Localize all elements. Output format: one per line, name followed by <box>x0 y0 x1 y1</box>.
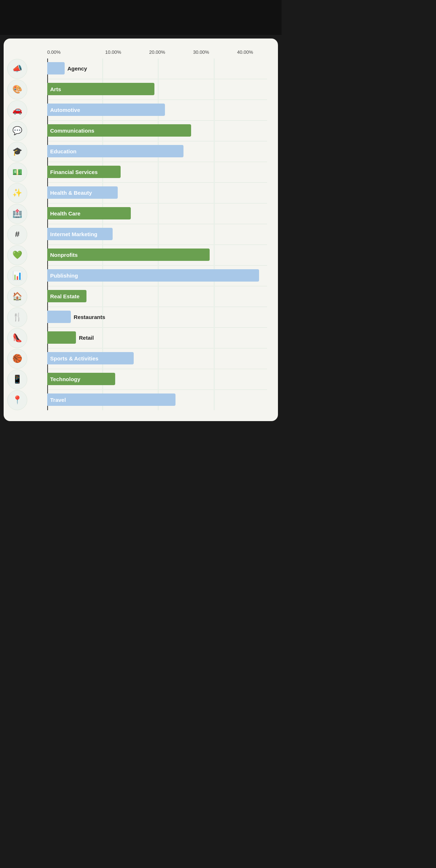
table-row: 🏀Sports & Activities <box>47 348 267 369</box>
industry-icon: 🚗 <box>7 100 27 120</box>
industry-icon: 💚 <box>7 245 27 265</box>
x-axis-label: 0.00% <box>47 49 91 55</box>
table-row: 💬Communications <box>47 121 267 141</box>
bar-row: Health & Beauty <box>47 186 267 199</box>
bar-row: Restaurants <box>47 310 267 324</box>
table-row: 💚Nonprofits <box>47 245 267 265</box>
bar: Arts <box>47 83 154 95</box>
bar-row: Internet Marketing <box>47 227 267 241</box>
bar-label: Education <box>50 148 77 154</box>
bar-label: Agency <box>68 65 87 72</box>
table-row: 🎨Arts <box>47 79 267 100</box>
industry-icon: 🏀 <box>7 349 27 369</box>
industry-icon: 👠 <box>7 328 27 348</box>
bars-group: Health & Beauty <box>47 183 267 203</box>
table-row: #Internet Marketing <box>47 224 267 245</box>
bar-label: Health Care <box>50 210 80 217</box>
bar: Agency <box>47 62 65 74</box>
bars-group: Financial Services <box>47 162 267 182</box>
x-axis-label: 20.00% <box>135 49 179 55</box>
bar: Health & Beauty <box>47 186 118 199</box>
bar: Real Estate <box>47 290 86 302</box>
x-axis-label: 10.00% <box>91 49 135 55</box>
table-row: 👠Retail <box>47 328 267 348</box>
header <box>0 0 282 35</box>
industry-icon: 💵 <box>7 162 27 182</box>
bars-group: Sports & Activities <box>47 348 267 369</box>
bar: Publishing <box>47 269 259 282</box>
bar: Financial Services <box>47 166 121 178</box>
table-row: 💵Financial Services <box>47 162 267 182</box>
industry-icon: 🎨 <box>7 80 27 100</box>
bars-group: Automotive <box>47 100 267 120</box>
bar: Education <box>47 145 183 157</box>
bar-label: Communications <box>50 128 94 134</box>
bar: Nonprofits <box>47 249 210 261</box>
table-row: 🏥Health Care <box>47 203 267 224</box>
industry-icon: 🏠 <box>7 287 27 307</box>
bar-label: Arts <box>50 86 61 92</box>
bar: Sports & Activities <box>47 352 134 364</box>
bar: Health Care <box>47 207 131 219</box>
bars-group: Education <box>47 141 267 162</box>
bar-label: Publishing <box>50 272 78 279</box>
industry-icon: 🏥 <box>7 204 27 224</box>
bars-group: Technology <box>47 369 267 389</box>
bar-label: Real Estate <box>50 293 80 299</box>
bar-label: Technology <box>50 376 80 382</box>
x-axis-labels: 0.00%10.00%20.00%30.00%40.00% <box>47 49 271 55</box>
bars-group: Publishing <box>47 266 267 286</box>
bar-row: Publishing <box>47 269 267 282</box>
bar-row: Real Estate <box>47 289 267 303</box>
x-axis-label: 40.00% <box>223 49 267 55</box>
industry-icon: ✨ <box>7 183 27 203</box>
table-row: ✨Health & Beauty <box>47 183 267 203</box>
bar-row: Travel <box>47 393 267 407</box>
bar-row: Arts <box>47 82 267 96</box>
industry-icon: 📱 <box>7 370 27 389</box>
bars-group: Real Estate <box>47 286 267 307</box>
bars-group: Internet Marketing <box>47 224 267 245</box>
x-axis-label: 30.00% <box>179 49 223 55</box>
table-row: 🏠Real Estate <box>47 286 267 307</box>
industry-icon: 💬 <box>7 121 27 141</box>
bar-row: Automotive <box>47 103 267 117</box>
industry-icon: 📣 <box>7 59 27 79</box>
bar-label: Internet Marketing <box>50 231 97 237</box>
bar-label: Nonprofits <box>50 252 78 258</box>
table-row: 📍Travel <box>47 390 267 410</box>
bars-group: Nonprofits <box>47 245 267 265</box>
bar-row: Education <box>47 144 267 158</box>
bar-row: Agency <box>47 61 267 75</box>
industry-icon: 🍴 <box>7 307 27 327</box>
chart-container: 0.00%10.00%20.00%30.00%40.00% 📣Agency🎨Ar… <box>4 39 278 421</box>
bars-group: Travel <box>47 390 267 410</box>
table-row: 📣Agency <box>47 58 267 79</box>
table-row: 📱Technology <box>47 369 267 389</box>
bar-row: Technology <box>47 372 267 386</box>
bar-row: Sports & Activities <box>47 351 267 365</box>
bar-label: Health & Beauty <box>50 190 92 196</box>
table-row: 🎓Education <box>47 141 267 162</box>
bars-group: Retail <box>47 328 267 348</box>
table-row: 📊Publishing <box>47 266 267 286</box>
bars-group: Arts <box>47 79 267 100</box>
bar-label: Restaurants <box>74 314 105 320</box>
bars-group: Communications <box>47 121 267 141</box>
table-row: 🍴Restaurants <box>47 307 267 327</box>
bar-label: Retail <box>79 335 94 341</box>
industry-icon: 🎓 <box>7 142 27 162</box>
bar-label: Financial Services <box>50 169 98 175</box>
bar-label: Travel <box>50 397 66 403</box>
bars-group: Agency <box>47 58 267 79</box>
table-row: 🚗Automotive <box>47 100 267 120</box>
bar: Restaurants <box>47 311 71 323</box>
bars-group: Restaurants <box>47 307 267 327</box>
industry-icon: # <box>7 225 27 245</box>
bar-label: Automotive <box>50 107 80 113</box>
chart-inner: 📣Agency🎨Arts🚗Automotive💬Communications🎓E… <box>7 58 271 410</box>
bar: Automotive <box>47 104 165 116</box>
industry-icon: 📊 <box>7 266 27 286</box>
industry-icon: 📍 <box>7 390 27 410</box>
bar: Travel <box>47 393 175 406</box>
